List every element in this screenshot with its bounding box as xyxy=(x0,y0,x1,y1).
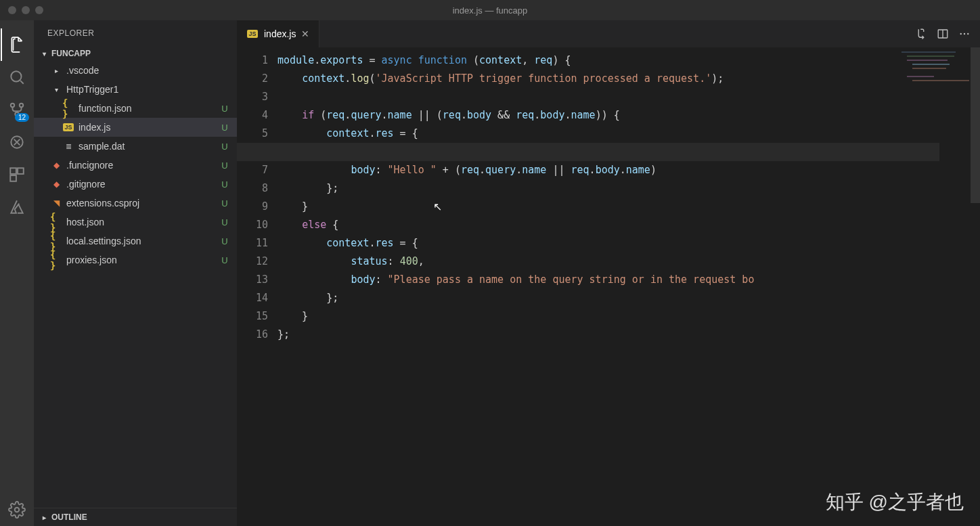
settings-gear-icon[interactable] xyxy=(1,494,33,526)
file-label: .vscode xyxy=(66,65,214,76)
json-file-icon: { } xyxy=(50,249,62,271)
editor-body[interactable]: 12345678910111213141516 module.exports =… xyxy=(237,47,980,526)
file-label: local.settings.json xyxy=(66,236,214,246)
text-file-icon: ≣ xyxy=(66,142,71,151)
svg-point-1 xyxy=(11,104,14,107)
chevron-down-icon: ▾ xyxy=(39,49,49,58)
explorer-icon[interactable] xyxy=(1,28,33,61)
git-status: U xyxy=(218,198,231,209)
svg-point-10 xyxy=(960,33,962,35)
project-header[interactable]: ▾ FUNCAPP xyxy=(34,46,237,61)
project-name: FUNCAPP xyxy=(51,49,91,58)
debug-icon[interactable] xyxy=(1,126,33,158)
csproj-file-icon: ◥ xyxy=(53,198,60,208)
file-item[interactable]: ▾HttpTrigger1 xyxy=(34,80,237,99)
svg-point-11 xyxy=(964,33,965,35)
git-status: U xyxy=(218,104,231,114)
search-icon[interactable] xyxy=(1,61,33,93)
file-label: .funcignore xyxy=(66,160,214,171)
maximize-window-icon[interactable] xyxy=(35,6,43,14)
tab-label: index.js xyxy=(264,28,296,39)
file-item[interactable]: { }proxies.jsonU xyxy=(34,250,237,269)
git-status: U xyxy=(218,179,231,190)
svg-point-8 xyxy=(15,508,20,512)
file-item[interactable]: JSindex.jsU xyxy=(34,118,237,137)
file-item[interactable]: { }host.jsonU xyxy=(34,213,237,232)
scm-badge: 12 xyxy=(15,113,29,122)
svg-rect-7 xyxy=(10,175,16,181)
file-item[interactable]: ◆.funcignoreU xyxy=(34,156,237,175)
file-item[interactable]: ≣sample.datU xyxy=(34,137,237,156)
chevron-right-icon: ▸ xyxy=(39,512,49,522)
file-item[interactable]: { }local.settings.jsonU xyxy=(34,232,237,250)
file-label: host.json xyxy=(66,217,214,227)
git-status: U xyxy=(218,236,231,246)
file-item[interactable]: { }function.jsonU xyxy=(34,99,237,118)
chevron-right-icon: ▸ xyxy=(51,66,61,75)
file-item[interactable]: ◥extensions.csprojU xyxy=(34,194,237,213)
more-actions-icon[interactable] xyxy=(958,28,971,40)
sidebar-title: EXPLORER xyxy=(34,20,237,46)
git-file-icon: ◆ xyxy=(53,160,60,170)
outline-section[interactable]: ▸ OUTLINE xyxy=(34,508,237,526)
compare-changes-icon[interactable] xyxy=(915,28,927,40)
split-editor-icon[interactable] xyxy=(937,28,949,40)
minimize-window-icon[interactable] xyxy=(22,6,30,14)
explorer-sidebar: EXPLORER ▾ FUNCAPP ▸.vscode▾HttpTrigger1… xyxy=(34,20,237,526)
line-number-gutter: 12345678910111213141516 xyxy=(237,47,277,526)
file-label: proxies.json xyxy=(66,255,214,265)
azure-icon[interactable] xyxy=(1,191,33,223)
editor-actions xyxy=(906,28,980,40)
svg-point-0 xyxy=(11,71,21,81)
git-status: U xyxy=(218,255,231,265)
minimap[interactable] xyxy=(901,50,969,91)
git-status: U xyxy=(218,160,231,171)
svg-point-12 xyxy=(967,33,968,35)
extensions-icon[interactable] xyxy=(1,158,33,191)
source-control-icon[interactable]: 12 xyxy=(1,93,33,126)
traffic-lights xyxy=(0,6,43,14)
editor-area: JS index.js ✕ 12345678910111213141516 mo xyxy=(237,20,980,526)
code-content[interactable]: module.exports = async function (context… xyxy=(277,47,980,526)
file-tree: ▸.vscode▾HttpTrigger1{ }function.jsonUJS… xyxy=(34,61,237,508)
scrollbar-thumb[interactable] xyxy=(971,47,980,203)
js-file-icon: JS xyxy=(63,123,73,131)
svg-rect-6 xyxy=(18,168,24,174)
file-item[interactable]: ◆.gitignoreU xyxy=(34,175,237,194)
chevron-down-icon: ▾ xyxy=(51,85,61,94)
file-label: index.js xyxy=(79,122,214,133)
tab-index-js[interactable]: JS index.js ✕ xyxy=(237,20,319,47)
file-item[interactable]: ▸.vscode xyxy=(34,61,237,80)
vertical-scrollbar[interactable] xyxy=(971,47,980,526)
file-label: HttpTrigger1 xyxy=(66,84,214,95)
file-label: function.json xyxy=(79,103,214,114)
close-window-icon[interactable] xyxy=(8,6,16,14)
git-status: U xyxy=(218,141,231,152)
window-titlebar: index.js — funcapp xyxy=(0,0,980,20)
editor-tabs: JS index.js ✕ xyxy=(237,20,980,47)
svg-rect-5 xyxy=(10,168,16,174)
activitybar: 12 xyxy=(0,20,34,526)
file-label: sample.dat xyxy=(79,141,214,152)
window-title: index.js — funcapp xyxy=(453,5,528,16)
git-status: U xyxy=(218,123,231,133)
file-label: .gitignore xyxy=(66,179,214,190)
svg-point-2 xyxy=(20,104,23,107)
git-file-icon: ◆ xyxy=(53,179,60,189)
js-file-icon: JS xyxy=(246,30,259,38)
close-tab-icon[interactable]: ✕ xyxy=(301,28,309,39)
json-file-icon: { } xyxy=(62,97,74,119)
file-label: extensions.csproj xyxy=(66,198,214,209)
git-status: U xyxy=(218,217,231,227)
outline-label: OUTLINE xyxy=(51,512,87,522)
